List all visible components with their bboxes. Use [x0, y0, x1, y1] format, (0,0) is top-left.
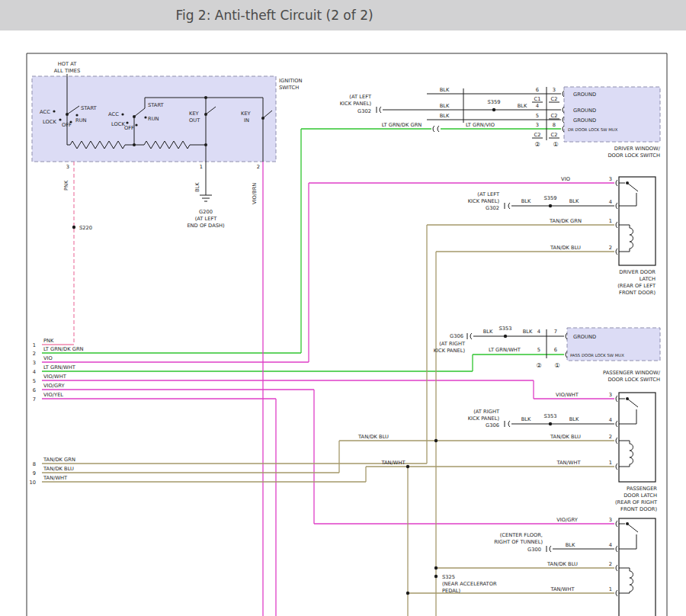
- wire-label: (NEAR ACCELERATOR: [442, 581, 497, 587]
- wire-label: (REAR OF RIGHT: [615, 499, 658, 505]
- ignition-switch-label: IGNITION: [279, 78, 302, 84]
- wire-label: VIO/GRY: [556, 517, 578, 523]
- wire-label: 1: [200, 164, 203, 170]
- wire-label: 10: [29, 480, 36, 486]
- wire-label: LATCH: [640, 276, 656, 282]
- wire-label: 2: [33, 351, 36, 357]
- passenger-door-latch-box: [619, 393, 656, 482]
- wire-label: C2: [534, 132, 541, 138]
- wire-label: 2: [257, 164, 260, 170]
- wire-label: 5: [536, 113, 539, 119]
- wire-label: VIO/WHT: [43, 374, 67, 380]
- wire-label: TAN/WHT: [380, 460, 406, 466]
- wire-label: ②: [536, 362, 541, 369]
- wire-label: ①: [553, 141, 558, 148]
- wire-label: LT GRN/DK GRN: [382, 122, 422, 128]
- wire-label: FRONT DOOR): [620, 506, 657, 512]
- wire-label: C2: [551, 113, 558, 119]
- pass-door-lock-connector-rows: [467, 329, 564, 358]
- splice-dots: [53, 96, 629, 595]
- wire-label: 5: [33, 378, 36, 384]
- wire-label: 7: [33, 396, 36, 403]
- wire-label: GROUND: [573, 334, 596, 340]
- wire-label: KEY: [241, 111, 252, 117]
- wire-label: 9: [33, 470, 36, 476]
- driver-door-latch-box: [619, 177, 656, 265]
- wire-label: KICK PANEL): [468, 198, 500, 204]
- wire-label: C1: [534, 96, 541, 102]
- wire-label: C2: [551, 96, 558, 102]
- wire-label: 6: [33, 387, 36, 393]
- wire-label: BLK: [440, 113, 450, 119]
- wire-label: BLK: [521, 198, 531, 204]
- wire-label: 4: [609, 199, 612, 205]
- wire-label: PNK: [43, 338, 54, 344]
- driver-door-latch-label: DRIVER DOOR: [619, 269, 656, 275]
- wire-label: GROUND: [573, 91, 596, 98]
- wire-label: VIO/GRY: [43, 383, 65, 389]
- wire-label: ②: [534, 141, 540, 148]
- wire-label: ACC: [40, 109, 50, 115]
- wire-label: 3: [609, 392, 612, 398]
- splice-s325-label: S325: [442, 574, 455, 580]
- wire-label: (AT LEFT: [477, 191, 500, 197]
- wire-label: RIGHT OF TUNNEL): [494, 539, 543, 545]
- ground-g302-label: G302: [357, 108, 371, 114]
- wire-label: C2: [551, 132, 558, 138]
- wire-label: 3: [609, 517, 612, 523]
- wire-label: (AT RIGHT: [439, 341, 466, 347]
- page: Fig 2: Anti-theft Circuit (2 of 2): [0, 0, 686, 616]
- wire-label: BLK: [569, 198, 579, 204]
- wire-label: TAN/WHT: [556, 460, 581, 466]
- wire-label: TAN/DK BLU: [357, 434, 389, 440]
- wire-label: TAN/DK BLU: [547, 561, 578, 567]
- wire-label: TAN/WHT: [43, 475, 68, 481]
- wire-label: 1: [33, 342, 36, 348]
- splice-s359-b: [549, 204, 552, 207]
- wire-label: BLK: [521, 416, 531, 422]
- wire-label: PASS DOOR LOCK SW MUX: [570, 353, 624, 358]
- wire-label: ALL TIMES: [54, 68, 80, 74]
- anti-theft-circuit-diagram: HOT ATALL TIMESIGNITIONSWITCHACCLOCKOFFR…: [0, 0, 686, 616]
- wire-label: LT GRN/WHT: [489, 347, 521, 353]
- hot-at-all-times-label: HOT AT: [58, 61, 78, 67]
- wire-label: 3: [33, 360, 36, 366]
- third-latch-ground-row: [547, 546, 614, 552]
- wire-label: SWITCH: [279, 85, 299, 91]
- wire-label: TAN/DK BLU: [550, 245, 581, 251]
- splice-s325: [434, 575, 438, 578]
- wire-label: ACC: [108, 111, 119, 117]
- wire-label: VIO/BRN: [252, 183, 258, 204]
- wire-label: TAN/DK BLU: [550, 434, 581, 440]
- splice-s353-a: [504, 335, 507, 338]
- wire-label: LOCK: [43, 119, 56, 125]
- wire-label: 3: [66, 164, 69, 170]
- wire-label: 4: [537, 329, 540, 335]
- wire-label: RUN: [148, 116, 159, 122]
- wire-label: TAN/DK GRN: [43, 457, 75, 463]
- passenger-door-latch-label: PASSENGER: [627, 486, 657, 492]
- wire-label: PNK: [63, 180, 69, 191]
- wire-label: S353: [543, 413, 556, 419]
- wire-label: OUT: [189, 117, 200, 124]
- wire-label: DR DOOR LOCK SW MUX: [568, 127, 618, 132]
- wire-label: 2: [609, 245, 612, 251]
- wire-label: BLK: [523, 329, 533, 335]
- wire-label: TAN/WHT: [550, 586, 575, 592]
- wire-label: BLK: [518, 103, 527, 109]
- wire-label: BLK: [566, 542, 575, 548]
- wire-label: (AT LEFT: [349, 94, 372, 100]
- wire-label: VIO: [43, 355, 53, 361]
- wire-label: FRONT DOOR): [619, 290, 656, 296]
- splice-s359-a: [492, 108, 495, 111]
- wire-label: 7: [554, 329, 557, 335]
- third-door-latch-box: [619, 518, 656, 616]
- wire-label: IN: [244, 117, 249, 124]
- wire-label: OFF: [62, 122, 72, 128]
- wire-label: 6: [554, 347, 557, 353]
- passenger-window-door-lock-switch-label: PASSENGER WINDOW/: [603, 370, 661, 376]
- wire-label: 1: [609, 218, 612, 224]
- wire-label: 3: [536, 122, 539, 128]
- wire-label: G302: [486, 205, 499, 211]
- wire-label: 2: [609, 561, 612, 567]
